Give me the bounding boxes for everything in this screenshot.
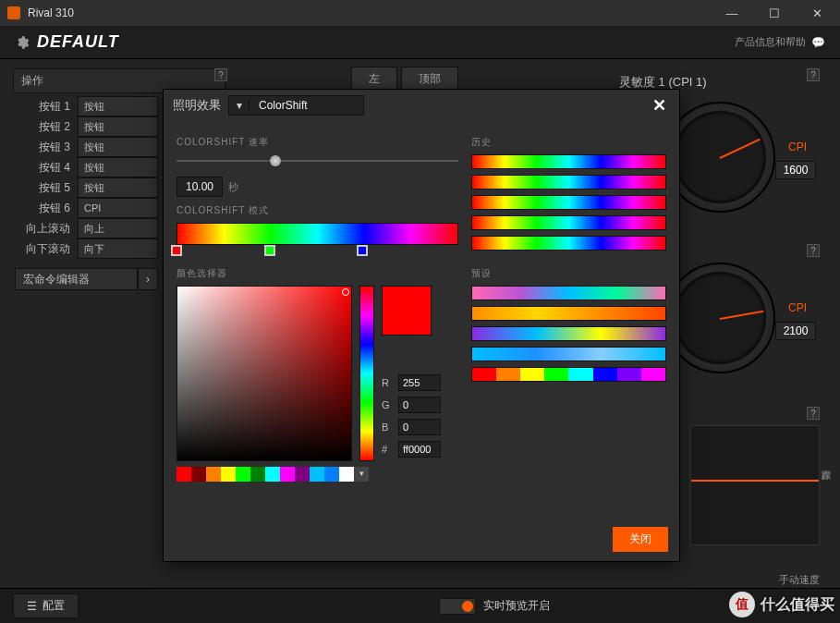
g-input[interactable]: 0 [398,397,441,413]
r-label: R [382,377,393,388]
config-button[interactable]: ☰ 配置 [13,593,79,618]
history-item[interactable] [471,236,666,250]
close-button[interactable]: 关闭 [613,527,668,552]
swatch-more-button[interactable]: ▾ [354,467,369,482]
button-assign[interactable]: 按钮 [78,96,158,116]
mode-section-header: COLORSHIFT 模式 [177,204,458,217]
preview-label: 实时预览开启 [483,598,550,614]
hex-input[interactable]: ff0000 [398,441,441,458]
picker-cursor-icon [342,288,349,296]
button-assign[interactable]: 向上 [78,218,158,238]
tab-top[interactable]: 顶部 [401,67,458,92]
color-swatch[interactable] [310,467,324,482]
r-input[interactable]: 255 [398,374,441,391]
hue-slider[interactable] [359,286,374,461]
color-swatch[interactable] [295,467,310,482]
button-label: 按钮 5 [15,177,76,198]
picker-section-header: 颜色选择器 [177,267,458,280]
button-label: 向上滚动 [15,218,76,238]
help-icon[interactable]: 💬 [811,36,825,49]
color-swatch[interactable] [191,467,206,482]
history-item[interactable] [471,175,666,189]
cpi1-gauge[interactable]: CPI 1600 [664,102,775,213]
titlebar: Rival 310 — ☐ ✕ [0,0,840,26]
button-row: 按钮 3按钮 [15,137,158,157]
close-window-button[interactable]: ✕ [796,0,838,26]
help-icon[interactable]: ? [807,68,820,81]
effect-dropdown[interactable]: ▾ ColorShift [228,95,364,116]
gradient-stop[interactable] [264,245,275,256]
watermark-text: 什么值得买 [761,595,834,615]
preview-toggle[interactable] [439,598,476,615]
cpi-label: CPI [788,301,807,314]
button-assign[interactable]: 按钮 [78,177,158,198]
lighting-modal: 照明效果 ▾ ColorShift ✕ COLORSHIFT 速率 10.00 … [163,89,680,562]
button-label: 向下滚动 [15,238,76,259]
help-link[interactable]: 产品信息和帮助 [735,35,806,49]
color-swatch[interactable] [339,467,354,482]
button-assign[interactable]: 向下 [78,238,158,259]
color-swatch[interactable] [236,467,250,482]
hex-label: # [382,444,393,455]
color-swatch[interactable] [177,467,191,482]
preset-list [471,286,666,382]
maximize-button[interactable]: ☐ [753,0,796,26]
modal-header: 照明效果 ▾ ColorShift ✕ [164,90,679,121]
rate-slider[interactable] [177,154,458,167]
button-assign[interactable]: CPI [78,198,158,218]
button-row: 按钮 5按钮 [15,177,158,198]
minimize-button[interactable]: — [711,0,753,26]
button-label: 按钮 1 [15,96,76,116]
speed-graph: 跟踪 [690,425,820,545]
help-icon[interactable]: ? [214,68,227,81]
color-swatch[interactable] [250,467,265,482]
preset-item[interactable] [471,286,666,300]
gradient-bar[interactable] [177,223,458,245]
color-swatch[interactable] [280,467,295,482]
color-swatch[interactable] [324,467,339,482]
history-item[interactable] [471,195,666,210]
button-label: 按钮 2 [15,116,76,137]
macro-expand-button[interactable]: › [138,268,158,290]
history-item[interactable] [471,215,666,230]
history-section-header: 历史 [471,136,666,149]
saturation-value-picker[interactable] [177,286,352,461]
color-swatch[interactable] [265,467,280,482]
rate-input[interactable]: 10.00 [177,177,223,197]
button-label: 按钮 6 [15,198,76,218]
tab-left[interactable]: 左 [351,67,397,92]
gradient-stop[interactable] [171,245,182,256]
speed-label: 手动速度 [779,573,820,587]
color-swatch[interactable] [221,467,236,482]
help-icon[interactable]: ? [807,407,820,420]
cpi2-value[interactable]: 2100 [775,322,816,340]
button-assign[interactable]: 按钮 [78,137,158,157]
gradient-stop[interactable] [357,245,368,256]
macro-editor-button[interactable]: 宏命令编辑器 [15,268,138,290]
button-row: 按钮 4按钮 [15,157,158,177]
button-row: 向上滚动向上 [15,218,158,238]
preset-item[interactable] [471,326,666,341]
gradient-stops[interactable] [177,245,458,260]
preset-item[interactable] [471,347,666,361]
history-list [471,154,666,250]
modal-title: 照明效果 [173,97,221,114]
effect-selected: ColorShift [250,99,363,112]
color-swatch[interactable] [206,467,221,482]
button-assign[interactable]: 按钮 [78,157,158,177]
help-icon[interactable]: ? [807,244,820,257]
cpi-label: CPI [788,140,807,153]
close-icon[interactable]: ✕ [649,92,670,119]
cpi1-value[interactable]: 1600 [775,161,816,179]
history-item[interactable] [471,154,666,169]
window-title: Rival 310 [28,6,711,19]
preset-item[interactable] [471,306,666,321]
watermark: 值 什么值得买 [729,592,834,617]
preset-item[interactable] [471,367,666,382]
button-row: 向下滚动向下 [15,238,158,259]
gear-icon[interactable] [15,35,30,50]
b-input[interactable]: 0 [398,419,441,435]
cpi2-gauge[interactable]: CPI 2100 [664,263,775,373]
profile-name: DEFAULT [37,32,119,52]
button-assign[interactable]: 按钮 [78,116,158,137]
